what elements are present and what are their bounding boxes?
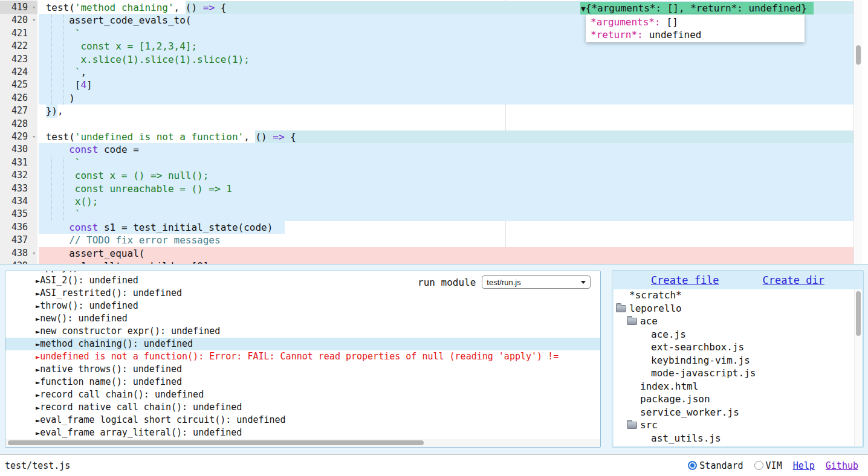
- code-line[interactable]: 430 const code =: [0, 143, 853, 156]
- fold-caret-icon[interactable]: ▾: [33, 247, 36, 260]
- tree-item-folder[interactable]: src: [614, 419, 862, 433]
- tree-item-file[interactable]: ast_utils.js: [614, 433, 862, 446]
- test-result-item[interactable]: ►new(): undefined: [5, 312, 600, 325]
- help-link[interactable]: Help: [793, 460, 815, 471]
- code-token: 'method chaining': [75, 2, 174, 13]
- collapse-arrow-icon[interactable]: ▼: [581, 4, 586, 13]
- fold-caret-icon[interactable]: ▾: [33, 14, 36, 27]
- tree-item-label: service_worker.js: [640, 407, 739, 418]
- keybinding-standard-option[interactable]: Standard: [688, 460, 743, 471]
- code-line[interactable]: 437 // TODO fix error messages: [0, 234, 853, 246]
- tooltip-header[interactable]: ▼{*arguments*: [], *return*: undefined}: [580, 2, 814, 14]
- tree-item-file[interactable]: service_worker.js: [614, 407, 862, 420]
- run-module-select[interactable]: test/run.js: [482, 275, 591, 289]
- tree-item-folder[interactable]: leporello: [614, 303, 862, 316]
- code-line[interactable]: 434 x();: [0, 195, 853, 208]
- github-link[interactable]: Github: [826, 460, 858, 471]
- tree-item-file[interactable]: ext-searchbox.js: [614, 341, 862, 355]
- code-editor[interactable]: 419▾ test('method chaining', () => {420▾…: [0, 0, 868, 265]
- line-number: 421: [0, 27, 37, 40]
- code-text: `,: [37, 66, 853, 79]
- code-token: , (): [244, 131, 273, 143]
- tree-item-label: leporello: [629, 303, 682, 314]
- keybinding-vim-option[interactable]: VIM: [754, 460, 782, 471]
- code-line[interactable]: 426 ): [0, 92, 853, 105]
- code-text: ): [37, 92, 853, 105]
- code-line[interactable]: 429▾ test('undefined is not a function',…: [0, 130, 853, 143]
- code-text: x();: [37, 195, 853, 208]
- test-result-item[interactable]: ►record native call chain(): undefined: [5, 401, 600, 414]
- line-number: 436: [0, 221, 37, 234]
- code-text: const code =: [37, 143, 853, 156]
- line-number: 428: [0, 118, 37, 130]
- radio-unselected-icon[interactable]: [754, 461, 763, 470]
- test-result-item[interactable]: ►eval_frame logical short circuit(): und…: [5, 414, 600, 426]
- test-result-item[interactable]: ►native throws(): undefined: [5, 363, 600, 376]
- editor-scrollbar-thumb[interactable]: [856, 45, 861, 65]
- tree-item-file[interactable]: mode-javascript.js: [614, 367, 862, 381]
- code-token: const: [69, 144, 98, 155]
- code-token: s1 = test_initial_state(code): [98, 222, 273, 233]
- tree-item-label: ace: [640, 315, 658, 327]
- tree-item-file[interactable]: index.html: [614, 381, 862, 394]
- code-line[interactable]: 424 `,: [0, 66, 853, 79]
- test-result-item[interactable]: ►ASI_restrited(): undefined: [5, 287, 600, 300]
- tree-scrollbar[interactable]: [854, 289, 862, 446]
- code-line[interactable]: 431 `: [0, 156, 853, 169]
- code-line[interactable]: 423 x.slice(1).slice(1).slice(1);: [0, 53, 853, 66]
- code-text: `: [37, 208, 853, 220]
- tree-scrollbar-thumb[interactable]: [856, 291, 861, 336]
- code-text: const unreachable = () => 1: [37, 182, 853, 195]
- code-line[interactable]: 438▾ assert_equal(: [0, 247, 853, 260]
- code-line[interactable]: 427 }),: [0, 105, 853, 117]
- test-result-item[interactable]: ►eval_frame array_literal(): undefined: [5, 426, 600, 439]
- folder-icon: [627, 318, 637, 325]
- tree-item-file[interactable]: *scratch*: [614, 289, 862, 303]
- code-line[interactable]: 436 const s1 = test_initial_state(code): [0, 221, 853, 234]
- code-line[interactable]: 439 s1.calltree.children[0],: [0, 260, 853, 265]
- code-text: [4]: [37, 79, 853, 91]
- radio-selected-icon[interactable]: [688, 461, 697, 470]
- code-token: x();: [75, 196, 99, 207]
- code-line[interactable]: 433 const unreachable = () => 1: [0, 182, 853, 195]
- tree-item-file[interactable]: package.json: [614, 393, 862, 407]
- test-result-item[interactable]: ►function name(): undefined: [5, 376, 600, 388]
- create-file-link[interactable]: Create file: [651, 274, 719, 286]
- line-number: 429▾: [0, 130, 37, 143]
- tree-item-file[interactable]: ace.js: [614, 329, 862, 342]
- code-line[interactable]: 425 [4]: [0, 79, 853, 91]
- tree-item-label: ext-searchbox.js: [651, 341, 744, 353]
- test-result-item[interactable]: ►undefined is not a function(): Error: F…: [5, 350, 600, 363]
- tree-item-folder[interactable]: ace: [614, 315, 862, 329]
- tree-item-file[interactable]: keybinding-vim.js: [614, 355, 862, 368]
- code-line[interactable]: 428: [0, 118, 853, 130]
- keybinding-vim-label: VIM: [766, 460, 782, 471]
- code-line[interactable]: 432 const x = () => null();: [0, 169, 853, 182]
- test-result-label: new constructor expr(): undefined: [40, 326, 220, 336]
- results-scrollbar-thumb[interactable]: [8, 440, 424, 445]
- editor-scrollbar[interactable]: [853, 0, 862, 265]
- test-result-label: ASI_2(): undefined: [40, 275, 138, 286]
- code-token: =>: [203, 2, 215, 13]
- fold-caret-icon[interactable]: ▾: [33, 130, 36, 143]
- fold-caret-icon[interactable]: ▾: [33, 1, 36, 14]
- test-result-item[interactable]: ►throw(): undefined: [5, 300, 600, 312]
- test-result-item[interactable]: ►record call chain(): undefined: [5, 388, 600, 401]
- code-token: , (): [174, 2, 203, 13]
- line-number: 438▾: [0, 247, 37, 260]
- indent-guide: [63, 156, 64, 221]
- code-line[interactable]: 435 `: [0, 208, 853, 220]
- test-result-item[interactable]: ►new constructor expr(): undefined: [5, 325, 600, 338]
- create-dir-link[interactable]: Create dir: [763, 274, 824, 286]
- tree-item-label: mode-javascript.js: [651, 367, 756, 379]
- code-token: =>: [273, 131, 284, 143]
- test-result-item[interactable]: ►method chaining(): undefined: [5, 338, 600, 350]
- value-inspector-tooltip: ▼{*arguments*: [], *return*: undefined} …: [580, 2, 814, 42]
- results-horizontal-scrollbar[interactable]: [5, 439, 600, 447]
- line-number: 420▾: [0, 14, 37, 27]
- indent-guide: [51, 156, 52, 221]
- line-number: 434: [0, 195, 37, 208]
- test-results-list: ►apply(): undefined►ASI_2(): undefined►A…: [5, 271, 600, 439]
- test-result-label: undefined is not a function(): Error: FA…: [40, 351, 559, 362]
- keybinding-standard-label: Standard: [699, 460, 743, 471]
